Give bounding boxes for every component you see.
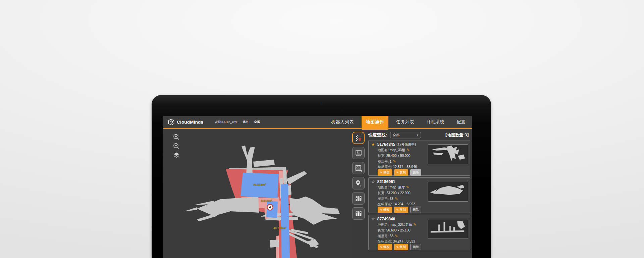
app-window: CloudMinds 欢迎BJDT2_Test 退出 全屏 机器人列表 地图操作…	[163, 116, 472, 258]
area-label-3: 40.215m²	[273, 226, 286, 230]
field-name: 地图名:map_33层走廊✎	[378, 222, 416, 227]
edit-pencil-icon[interactable]: ✎	[413, 222, 416, 226]
copy-button[interactable]: ✎复制	[394, 207, 409, 213]
layers-button[interactable]	[172, 151, 181, 160]
pencil-icon: ✎	[396, 208, 399, 212]
copy-button[interactable]: ✎复制	[394, 244, 409, 250]
field-origin: 坐标原点:12.874，33.946	[378, 165, 417, 169]
modify-button[interactable]: ✎修改	[378, 207, 392, 213]
star-outline-icon[interactable]: ☆	[371, 217, 375, 221]
main-nav: 机器人列表 地图操作 任务列表 日志系统 配置	[324, 116, 470, 128]
map-thumbnail[interactable]	[428, 182, 468, 202]
map-canvas[interactable]: 40.519m² 8.614m² 40.215m²	[163, 129, 351, 258]
edit-pencil-icon[interactable]: ✎	[395, 234, 398, 238]
map-id: 51764845	[377, 142, 395, 147]
field-name: 地图名:map_33楼✎	[378, 148, 410, 153]
map-thumbnail[interactable]	[428, 219, 468, 239]
delete-button[interactable]: 删除	[410, 207, 421, 213]
tab-config[interactable]: 配置	[452, 116, 470, 128]
edit-pencil-icon[interactable]: ✎	[395, 197, 398, 201]
edit-pencil-icon[interactable]: ✎	[407, 148, 410, 152]
star-filled-icon[interactable]: ★	[371, 142, 375, 147]
upload-map-tool[interactable]	[352, 207, 365, 220]
zoom-in-button[interactable]	[172, 133, 181, 141]
field-size: 长宽:56.600 x 25.100	[378, 228, 411, 233]
add-zone-tool[interactable]	[352, 162, 365, 174]
map-controls	[172, 133, 181, 160]
pencil-icon: ✎	[380, 171, 383, 174]
card-actions: ✎修改 ✎复制 删除	[378, 169, 423, 176]
tab-log-system[interactable]: 日志系统	[422, 116, 449, 128]
fullscreen-link[interactable]: 全屏	[254, 120, 260, 124]
card-actions: ✎修改 ✎复制 删除	[378, 244, 423, 250]
pencil-icon: ✎	[396, 246, 399, 249]
map-id: 82186961	[377, 179, 395, 184]
brand-logo: CloudMinds	[168, 119, 203, 126]
map-card[interactable]: ☆ 87749840 地图名:map_33层走廊✎ 长宽:56.600 x 25…	[368, 215, 470, 250]
edit-pencil-icon[interactable]: ✎	[406, 185, 409, 189]
webcam-dot	[320, 102, 322, 104]
card-actions: ✎修改 ✎复制 删除	[378, 207, 423, 213]
cloudminds-hexagon-icon	[168, 119, 175, 126]
tab-map-operation[interactable]: 地图操作	[362, 116, 388, 130]
map-thumbnail[interactable]	[428, 144, 468, 164]
edit-pencil-icon[interactable]: ✎	[393, 159, 396, 163]
card-title: ☆ 82186961	[371, 179, 395, 184]
modify-button[interactable]: ✎修改	[378, 244, 392, 250]
modify-button[interactable]: ✎修改	[378, 169, 392, 176]
filter-dropdown[interactable]: 全部 ▾	[390, 132, 421, 138]
field-floor: 楼层号:33✎	[378, 234, 398, 239]
content-area: 40.519m² 8.614m² 40.215m²	[163, 129, 472, 258]
map-card[interactable]: ☆ 82186961 地图名:map_展厅✎ 长宽:23.200 x 22.90…	[368, 177, 470, 213]
area-label-2: 8.614m²	[261, 199, 272, 203]
card-title: ☆ 87749840	[371, 217, 395, 221]
delete-button[interactable]: 删除	[410, 169, 421, 176]
measure-area-tool[interactable]	[352, 147, 365, 159]
field-name: 地图名:map_展厅✎	[378, 185, 409, 190]
map-id: 87749840	[377, 217, 395, 221]
field-origin: 坐标原点:34.247，8.533	[378, 239, 415, 244]
copy-button[interactable]: ✎复制	[394, 169, 409, 176]
logout-link[interactable]: 退出	[243, 120, 249, 124]
chevron-down-icon: ▾	[417, 133, 419, 137]
field-size: 长宽:25.400 x 50.000	[378, 154, 411, 158]
pencil-icon: ✎	[380, 246, 383, 249]
pencil-icon: ✎	[380, 208, 383, 212]
robot-marker[interactable]	[266, 204, 274, 212]
field-size: 长宽:23.200 x 22.900	[378, 191, 411, 196]
edit-map-tool[interactable]	[352, 192, 365, 205]
map-toolbar	[352, 132, 366, 222]
tab-task-list[interactable]: 任务列表	[392, 116, 419, 128]
field-origin: 坐标原点:14.204，5.952	[378, 202, 415, 207]
add-point-tool[interactable]	[352, 177, 365, 189]
zoom-out-button[interactable]	[172, 142, 181, 150]
map-list-panel: 快速查找: 全部 ▾ 【地图数量:3】 ★ 51764845 (12号使用中) …	[368, 129, 471, 258]
top-navbar: CloudMinds 欢迎BJDT2_Test 退出 全屏 机器人列表 地图操作…	[163, 116, 472, 129]
panel-header: 快速查找: 全部 ▾ 【地图数量:3】	[368, 132, 471, 138]
filter-value: 全部	[393, 133, 417, 137]
tab-robot-list[interactable]: 机器人列表	[327, 116, 359, 128]
field-floor: 楼层号:1✎	[378, 159, 396, 164]
map-card[interactable]: ★ 51764845 (12号使用中) 地图名:map_33楼✎ 长宽:25.4…	[368, 140, 470, 176]
quick-find-label: 快速查找:	[368, 132, 387, 138]
brand-name: CloudMinds	[177, 120, 203, 125]
map-count: 【地图数量:3】	[443, 132, 471, 138]
area-label-1: 40.519m²	[247, 183, 272, 186]
welcome-text: 欢迎BJDT2_Test	[215, 120, 237, 124]
delete-button[interactable]: 删除	[410, 244, 421, 250]
pencil-icon: ✎	[396, 171, 399, 174]
in-use-badge: (12号使用中)	[396, 142, 416, 147]
field-floor: 楼层号:33✎	[378, 197, 398, 201]
star-outline-icon[interactable]: ☆	[371, 179, 375, 184]
card-title: ★ 51764845 (12号使用中)	[371, 142, 416, 147]
map-drawing	[163, 129, 351, 258]
map-task-list-tool[interactable]	[352, 132, 365, 144]
